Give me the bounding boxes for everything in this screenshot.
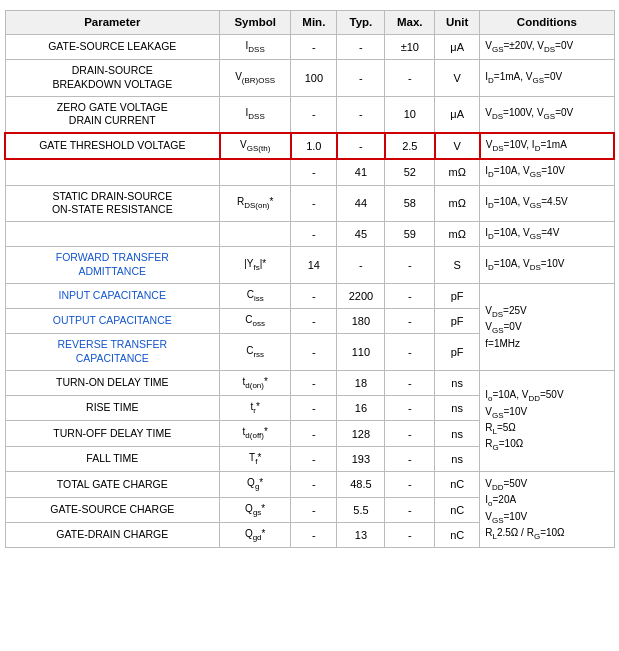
cell-max: 10 xyxy=(385,96,435,133)
cell-symbol: |Yfs|* xyxy=(220,247,291,283)
cell-min: - xyxy=(291,421,337,446)
cell-max: - xyxy=(385,247,435,283)
cell-typ: 45 xyxy=(337,221,385,246)
page-wrapper: Parameter Symbol Min. Typ. Max. Unit Con… xyxy=(0,0,619,554)
cell-conditions: ID=10A, VGS=4.5V xyxy=(480,185,614,221)
cell-parameter: RISE TIME xyxy=(5,396,220,421)
cell-parameter: DRAIN-SOURCEBREAKDOWN VOLTAGE xyxy=(5,60,220,96)
cell-conditions: ID=10A, VGS=4V xyxy=(480,221,614,246)
cell-symbol: Crss xyxy=(220,334,291,370)
cell-max: - xyxy=(385,60,435,96)
cell-parameter: OUTPUT CAPACITANCE xyxy=(5,309,220,334)
cell-symbol: td(off)* xyxy=(220,421,291,446)
cell-min: - xyxy=(291,221,337,246)
cell-conditions: VDS=25VVGS=0Vf=1MHz xyxy=(480,283,614,370)
cell-unit: nC xyxy=(435,523,480,548)
table-row: GATE-SOURCE LEAKAGEIDSS--±10μAVGS=±20V, … xyxy=(5,34,614,59)
cell-parameter: INPUT CAPACITANCE xyxy=(5,283,220,308)
electrical-spec-table: Parameter Symbol Min. Typ. Max. Unit Con… xyxy=(4,10,615,548)
cell-max: - xyxy=(385,334,435,370)
cell-min: 100 xyxy=(291,60,337,96)
col-header-typ: Typ. xyxy=(337,11,385,35)
cell-min: - xyxy=(291,472,337,497)
cell-unit: V xyxy=(435,60,480,96)
cell-min: 1.0 xyxy=(291,133,337,159)
cell-parameter: TOTAL GATE CHARGE xyxy=(5,472,220,497)
cell-unit: mΩ xyxy=(435,221,480,246)
cell-typ: 18 xyxy=(337,370,385,395)
cell-max: - xyxy=(385,283,435,308)
cell-min: - xyxy=(291,334,337,370)
cell-max: 2.5 xyxy=(385,133,435,159)
table-row: -4559mΩID=10A, VGS=4V xyxy=(5,221,614,246)
cell-symbol: Ciss xyxy=(220,283,291,308)
cell-min: - xyxy=(291,96,337,133)
cell-max: - xyxy=(385,472,435,497)
cell-max: - xyxy=(385,309,435,334)
cell-min: - xyxy=(291,370,337,395)
cell-symbol: RDS(on)* xyxy=(220,185,291,221)
cell-max: - xyxy=(385,421,435,446)
cell-parameter: REVERSE TRANSFERCAPACITANCE xyxy=(5,334,220,370)
table-header-row: Parameter Symbol Min. Typ. Max. Unit Con… xyxy=(5,11,614,35)
cell-parameter: GATE-DRAIN CHARGE xyxy=(5,523,220,548)
cell-min: - xyxy=(291,523,337,548)
cell-unit: pF xyxy=(435,309,480,334)
cell-symbol xyxy=(220,221,291,246)
cell-unit: pF xyxy=(435,334,480,370)
cell-parameter xyxy=(5,221,220,246)
cell-typ: 128 xyxy=(337,421,385,446)
cell-symbol xyxy=(220,159,291,185)
col-header-parameter: Parameter xyxy=(5,11,220,35)
cell-min: - xyxy=(291,396,337,421)
cell-parameter: GATE-SOURCE CHARGE xyxy=(5,497,220,522)
cell-unit: ns xyxy=(435,396,480,421)
cell-typ: 180 xyxy=(337,309,385,334)
table-row: -4152mΩID=10A, VGS=10V xyxy=(5,159,614,185)
cell-typ: 41 xyxy=(337,159,385,185)
cell-unit: pF xyxy=(435,283,480,308)
cell-typ: 16 xyxy=(337,396,385,421)
cell-unit: μA xyxy=(435,96,480,133)
cell-parameter: TURN-ON DELAY TIME xyxy=(5,370,220,395)
cell-min: - xyxy=(291,497,337,522)
cell-max: ±10 xyxy=(385,34,435,59)
cell-conditions: ID=10A, VDS=10V xyxy=(480,247,614,283)
cell-symbol: td(on)* xyxy=(220,370,291,395)
col-header-unit: Unit xyxy=(435,11,480,35)
cell-conditions: ID=10A, VGS=10V xyxy=(480,159,614,185)
table-row: ZERO GATE VOLTAGEDRAIN CURRENTIDSS--10μA… xyxy=(5,96,614,133)
cell-symbol: Qgs* xyxy=(220,497,291,522)
cell-unit: nC xyxy=(435,472,480,497)
cell-unit: nC xyxy=(435,497,480,522)
cell-min: - xyxy=(291,309,337,334)
cell-conditions: ID=1mA, VGS=0V xyxy=(480,60,614,96)
table-row: GATE THRESHOLD VOLTAGEVGS(th)1.0-2.5VVDS… xyxy=(5,133,614,159)
cell-symbol: Qgd* xyxy=(220,523,291,548)
cell-conditions: VGS=±20V, VDS=0V xyxy=(480,34,614,59)
cell-conditions: VDS=100V, VGS=0V xyxy=(480,96,614,133)
table-row: FORWARD TRANSFERADMITTANCE|Yfs|*14--SID=… xyxy=(5,247,614,283)
table-row: DRAIN-SOURCEBREAKDOWN VOLTAGEV(BR)OSS100… xyxy=(5,60,614,96)
cell-symbol: Tf* xyxy=(220,446,291,471)
cell-symbol: IDSS xyxy=(220,34,291,59)
cell-unit: μA xyxy=(435,34,480,59)
cell-parameter: GATE-SOURCE LEAKAGE xyxy=(5,34,220,59)
cell-parameter: GATE THRESHOLD VOLTAGE xyxy=(5,133,220,159)
cell-max: - xyxy=(385,446,435,471)
cell-unit: S xyxy=(435,247,480,283)
cell-symbol: Coss xyxy=(220,309,291,334)
cell-typ: 48.5 xyxy=(337,472,385,497)
cell-typ: 13 xyxy=(337,523,385,548)
cell-max: - xyxy=(385,396,435,421)
cell-parameter: STATIC DRAIN-SOURCEON-STATE RESISTANCE xyxy=(5,185,220,221)
cell-max: - xyxy=(385,497,435,522)
col-header-conditions: Conditions xyxy=(480,11,614,35)
cell-parameter: ZERO GATE VOLTAGEDRAIN CURRENT xyxy=(5,96,220,133)
cell-max: - xyxy=(385,523,435,548)
cell-min: - xyxy=(291,446,337,471)
col-header-max: Max. xyxy=(385,11,435,35)
cell-symbol: IDSS xyxy=(220,96,291,133)
cell-typ: - xyxy=(337,133,385,159)
table-row: TOTAL GATE CHARGEQg*-48.5-nCVDD=50VIo=20… xyxy=(5,472,614,497)
